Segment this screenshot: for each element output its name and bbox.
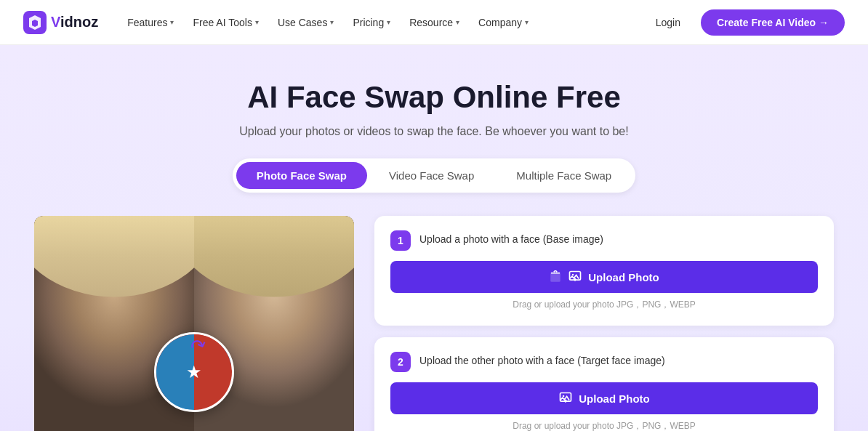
main-content: ↷ ★ 1 Upload a photo with a face (Base i… (34, 216, 834, 431)
tabs-container: Photo Face Swap Video Face Swap Multiple… (23, 158, 845, 193)
logo[interactable]: Vidnoz (23, 11, 98, 34)
star-icon: ★ (186, 362, 202, 382)
nav-item-features[interactable]: Features ▾ (118, 11, 182, 34)
upload-icon (549, 270, 562, 283)
svg-point-3 (572, 274, 574, 276)
image-upload-icon-2 (558, 391, 573, 406)
upload-photo-2-button[interactable]: Upload Photo (390, 382, 818, 414)
nav-item-company[interactable]: Company ▾ (470, 11, 537, 34)
nav-links: Features ▾ Free AI Tools ▾ Use Cases ▾ P… (118, 11, 646, 34)
step-2-badge: 2 (390, 352, 411, 372)
create-free-video-button[interactable]: Create Free AI Video → (701, 9, 845, 36)
nav-item-free-ai-tools[interactable]: Free AI Tools ▾ (184, 11, 267, 34)
nav-actions: Login Create Free AI Video → (647, 9, 845, 36)
step-2-title: Upload the other photo with a face (Targ… (419, 354, 665, 368)
step-2-hint: Drag or upload your photo JPG，PNG，WEBP (390, 420, 818, 431)
step-1-card: 1 Upload a photo with a face (Base image… (374, 216, 834, 326)
nav-item-resource[interactable]: Resource ▾ (401, 11, 468, 34)
nav-item-pricing[interactable]: Pricing ▾ (344, 11, 399, 34)
chevron-down-icon: ▾ (330, 18, 334, 26)
hero-section: AI Face Swap Online Free Upload your pho… (0, 45, 868, 431)
tab-video-face-swap[interactable]: Video Face Swap (369, 162, 494, 189)
logo-text: Vidnoz (51, 14, 98, 31)
navbar: Vidnoz Features ▾ Free AI Tools ▾ Use Ca… (0, 0, 868, 45)
tab-photo-face-swap[interactable]: Photo Face Swap (236, 162, 367, 189)
chevron-down-icon: ▾ (170, 18, 174, 26)
chevron-down-icon: ▾ (255, 18, 259, 26)
login-button[interactable]: Login (647, 11, 689, 34)
chevron-down-icon: ▾ (525, 18, 529, 26)
hero-subtitle: Upload your photos or videos to swap the… (23, 125, 845, 138)
step-1-hint: Drag or upload your photo JPG，PNG，WEBP (390, 299, 818, 311)
steps-panel: 1 Upload a photo with a face (Base image… (374, 216, 834, 431)
chevron-down-icon: ▾ (456, 18, 459, 26)
image-upload-icon (568, 270, 582, 284)
upload-photo-1-button[interactable]: Upload Photo (390, 261, 818, 293)
step-2-card: 2 Upload the other photo with a face (Ta… (374, 337, 834, 431)
step-1-title: Upload a photo with a face (Base image) (419, 233, 603, 247)
hero-title: AI Face Swap Online Free (23, 80, 845, 115)
face-swap-tabs: Photo Face Swap Video Face Swap Multiple… (233, 158, 635, 193)
nav-item-use-cases[interactable]: Use Cases ▾ (269, 11, 342, 34)
demo-image-area: ↷ ★ (34, 216, 354, 431)
tab-multiple-face-swap[interactable]: Multiple Face Swap (496, 162, 632, 189)
chevron-down-icon: ▾ (387, 18, 390, 26)
svg-point-5 (563, 395, 565, 398)
step-1-badge: 1 (390, 230, 411, 251)
